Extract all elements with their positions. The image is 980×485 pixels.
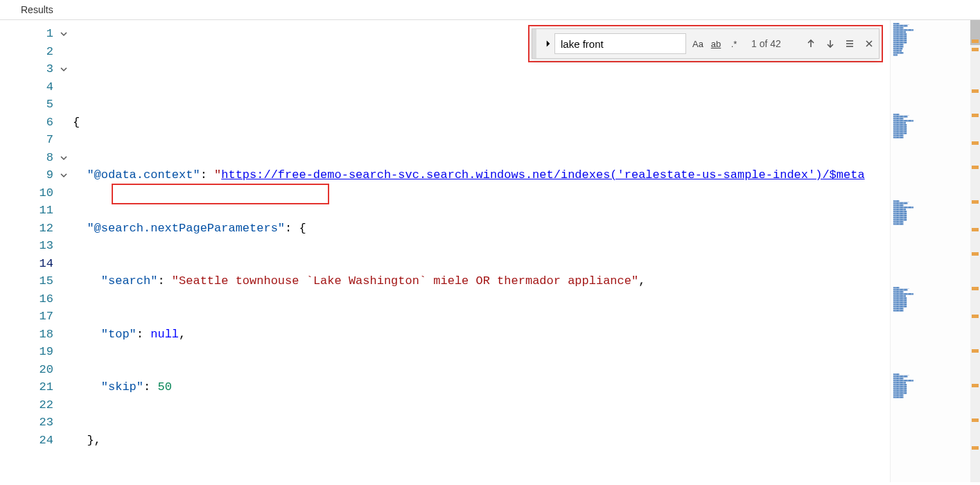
find-prev-button[interactable] — [801, 34, 821, 53]
overview-match-marker[interactable] — [972, 228, 979, 231]
fold-icon[interactable] — [59, 62, 69, 72]
annotation-score-box — [112, 184, 329, 204]
find-close-button[interactable] — [859, 34, 879, 53]
overview-match-marker[interactable] — [972, 252, 979, 256]
overview-match-marker[interactable] — [972, 39, 979, 43]
overview-match-marker[interactable] — [972, 384, 979, 387]
odata-context-url[interactable]: https://free-demo-search-svc.search.wind… — [221, 168, 864, 182]
code-area[interactable]: { "@odata.context": "https://free-demo-s… — [73, 20, 890, 482]
minimap-content: ███████▁▁▁▁▁▁▁▁▁▁▁▁ █████████████████ ██… — [893, 287, 968, 370]
fold-icon[interactable] — [59, 168, 69, 178]
match-whole-word-toggle[interactable]: ab — [708, 35, 724, 52]
find-in-selection-toggle[interactable] — [840, 34, 859, 53]
overview-match-marker[interactable] — [972, 166, 979, 169]
match-case-toggle[interactable]: Aa — [690, 35, 706, 52]
overview-match-marker[interactable] — [972, 114, 979, 117]
minimap-content: ███████▁▁▁▁▁▁▁▁▁▁▁▁ █████████████████ ██… — [893, 23, 968, 106]
minimap-content: ███████▁▁▁▁▁▁▁▁▁▁▁▁ █████████████████ ██… — [893, 114, 968, 197]
gutter: 1 2 3 4 5 6 7 8 9 10 11 12 13 14 15 16 1 — [0, 20, 73, 482]
fold-icon[interactable] — [59, 27, 69, 37]
minimap-content: ███████▁▁▁▁▁▁▁▁▁▁▁▁ █████████████████ ██… — [893, 200, 968, 283]
overview-match-marker[interactable] — [972, 446, 979, 450]
json-editor[interactable]: 1 2 3 4 5 6 7 8 9 10 11 12 13 14 15 16 1 — [0, 20, 890, 482]
overview-match-marker[interactable] — [972, 418, 979, 422]
minimap[interactable]: ███████▁▁▁▁▁▁▁▁▁▁▁▁ █████████████████ ██… — [890, 20, 980, 482]
overview-match-marker[interactable] — [972, 349, 979, 353]
find-match-count: 1 of 42 — [751, 38, 793, 49]
overview-match-marker[interactable] — [972, 48, 979, 51]
fold-icon[interactable] — [59, 151, 69, 161]
find-input[interactable] — [554, 33, 686, 54]
results-tab[interactable]: Results — [0, 0, 980, 19]
regex-toggle[interactable]: .* — [726, 35, 742, 52]
overview-match-marker[interactable] — [972, 141, 979, 145]
overview-match-marker[interactable] — [972, 315, 979, 318]
find-bar: Aa ab .* 1 of 42 — [532, 28, 880, 59]
overview-match-marker[interactable] — [972, 89, 979, 93]
overview-match-marker[interactable] — [972, 287, 979, 290]
overview-match-marker[interactable] — [972, 200, 979, 204]
find-resize-grip[interactable] — [532, 29, 536, 58]
find-expand-toggle[interactable] — [542, 37, 554, 50]
minimap-content: ███████▁▁▁▁▁▁▁▁▁▁▁▁ █████████████████ ██… — [893, 373, 968, 457]
results-tab-label: Results — [21, 4, 53, 15]
find-next-button[interactable] — [821, 34, 840, 53]
